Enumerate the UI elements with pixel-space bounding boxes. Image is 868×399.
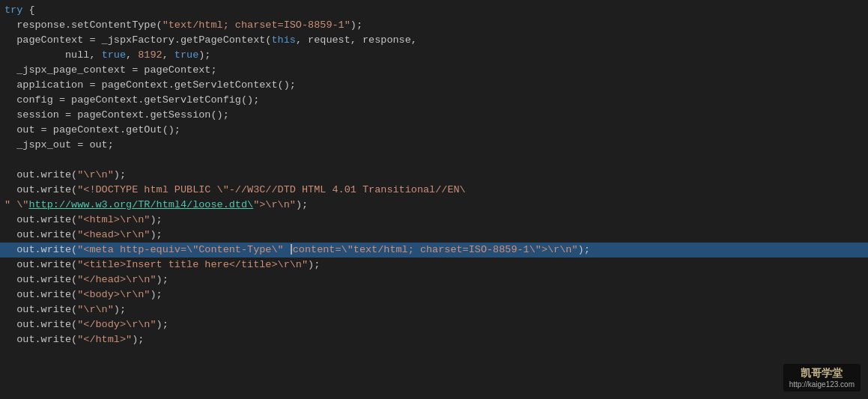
code-line-12: out.write("\r\n");	[0, 168, 868, 183]
code-line-14: " \"http://www.w3.org/TR/html4/loose.dtd…	[0, 198, 868, 213]
keyword-try: try	[4, 3, 22, 18]
code-line-2: response.setContentType("text/html; char…	[0, 18, 868, 33]
code-line-5: _jspx_page_context = pageContext;	[0, 63, 868, 78]
code-line-9: out = pageContext.getOut();	[0, 123, 868, 138]
code-line-6: application = pageContext.getServletCont…	[0, 78, 868, 93]
code-line-18: out.write("<title>Insert title here</tit…	[0, 258, 868, 272]
code-line-17: out.write("<meta http-equiv=\"Content-Ty…	[0, 243, 868, 258]
code-line-20: out.write("<body>\r\n");	[0, 287, 868, 302]
code-line-11	[0, 153, 868, 168]
code-line-21: out.write("\r\n");	[0, 302, 868, 317]
code-line-13: out.write("<!DOCTYPE html PUBLIC \"-//W3…	[0, 183, 868, 198]
code-line-1: try {	[0, 3, 868, 18]
code-line-23: out.write("</html>");	[0, 332, 868, 347]
watermark-title: 凯哥学堂	[789, 367, 855, 380]
code-line-8: session = pageContext.getSession();	[0, 108, 868, 123]
code-line-15: out.write("<html>\r\n");	[0, 213, 868, 228]
code-line-19: out.write("</head>\r\n");	[0, 272, 868, 287]
watermark-url: http://kaige123.com	[789, 380, 855, 389]
code-line-4: null, true, 8192, true);	[0, 48, 868, 63]
code-line-7: config = pageContext.getServletConfig();	[0, 93, 868, 108]
code-line-10: _jspx_out = out;	[0, 138, 868, 153]
code-editor: try { response.setContentType("text/html…	[0, 0, 868, 399]
code-line-16: out.write("<head>\r\n");	[0, 228, 868, 243]
code-line-22: out.write("</body>\r\n");	[0, 317, 868, 332]
watermark: 凯哥学堂 http://kaige123.com	[783, 364, 861, 392]
code-line-3: pageContext = _jspxFactory.getPageContex…	[0, 33, 868, 48]
